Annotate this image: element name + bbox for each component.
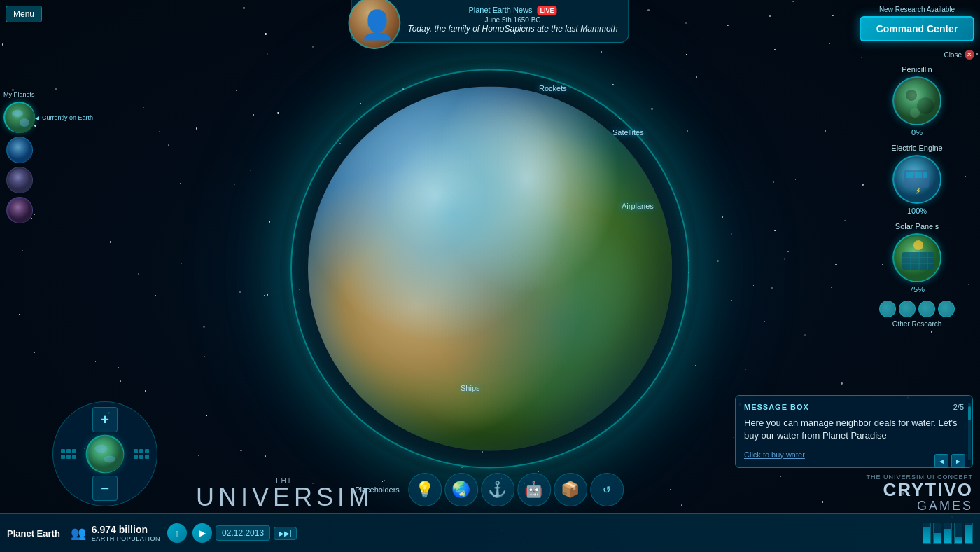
resource-bar-5 [965,523,973,544]
planet-container[interactable] [308,87,672,451]
resource-bar-2 [933,523,941,544]
research-item-penicillin[interactable]: Penicillin 0% [860,65,974,137]
svg-point-20 [20,118,29,127]
logo-main: UNIVERSIM [196,485,374,510]
message-box-title: MESSAGE BOX [744,403,809,411]
planet-item-extra[interactable] [6,197,33,223]
news-ticker: Planet Earth News LIVE June 5th 1650 BC … [351,0,629,43]
research-percent-penicillin: 0% [860,128,974,137]
research-name-solar: Solar Panels [860,222,974,230]
message-next-button[interactable]: ► [951,454,965,468]
icon-btn-ship[interactable]: ⚓ [481,473,514,506]
svg-rect-11 [902,252,934,270]
new-research-label: New Research Available [860,6,974,13]
svg-point-17 [913,240,923,250]
crytivo-games: GAMES [866,499,973,513]
nav-control: + − [52,401,158,506]
svg-point-22 [8,169,32,193]
svg-point-18 [6,104,35,133]
resource-bar-1 [923,523,931,544]
resource-bars [923,523,973,544]
message-scrollbar[interactable] [968,403,971,460]
bottom-icons-row: Placeholders 💡 🌏 ⚓ 🤖 📦 ↺ [355,473,625,506]
close-button[interactable]: ✕ [965,50,974,60]
resource-bar-fill-1 [923,527,930,543]
nav-right-button[interactable] [131,443,152,464]
research-circle-electric: ⚡ [892,155,941,204]
resource-bar-fill-5 [965,525,972,543]
map-label-airplanes: Airplanes [622,202,654,210]
message-nav: ◄ ► [934,454,965,468]
research-name-penicillin: Penicillin [860,65,974,74]
research-percent-electric: 100% [860,207,974,215]
planet-item-earth[interactable] [4,102,35,133]
icon-btn-robot[interactable]: 🤖 [517,473,551,506]
click-to-buy-link[interactable]: Click to buy water [744,450,805,459]
current-label: ◄ Currently on Earth [34,113,93,121]
command-center-button[interactable]: Command Center [860,16,974,41]
close-label: Close [944,51,962,59]
nav-left-button[interactable] [58,443,79,464]
svg-rect-7 [915,172,922,178]
icon-btn-box[interactable]: 📦 [554,473,587,506]
message-scrollbar-thumb [968,406,971,420]
resource-bar-fill-2 [934,533,941,543]
icon-btn-arrow[interactable]: ↺ [590,473,624,506]
other-research [860,301,974,317]
nav-center-planet[interactable] [86,435,125,474]
right-panel: New Research Available Command Center Cl… [854,0,980,333]
planet-item-extra-wrapper [6,197,33,223]
population-icon: 👥 [71,525,86,541]
fast-forward-button[interactable]: ▶▶| [274,527,297,540]
map-label-ships: Ships [461,384,480,392]
message-box-count: 2/5 [953,403,964,411]
icon-btn-globe[interactable]: 🌏 [444,473,478,506]
live-badge: LIVE [538,6,557,15]
planet-item-dark[interactable] [6,167,33,193]
svg-point-21 [8,139,32,163]
menu-button[interactable]: Menu [6,6,42,22]
other-dot-2[interactable] [899,301,916,317]
research-item-solar[interactable]: Solar Panels [860,222,974,294]
message-box: MESSAGE BOX 2/5 Here you can manage neig… [735,395,973,468]
other-dot-3[interactable] [918,301,935,317]
resource-bar-fill-4 [955,537,962,543]
bottom-planet-name: Planet Earth [7,528,60,539]
svg-text:⚡: ⚡ [915,187,922,194]
planet-item-dark-wrapper [6,167,33,193]
population-number: 6.974 billion [92,524,160,535]
play-button[interactable]: ▶ [192,523,212,543]
planet-earth[interactable] [308,87,672,451]
svg-rect-6 [906,172,913,178]
news-avatar [348,0,400,49]
svg-point-23 [8,199,32,223]
message-box-text: Here you can manage neighbor deals for w… [744,417,964,442]
resource-bar-4 [954,523,962,544]
svg-point-1 [906,90,917,101]
map-label-satellites: Satellites [612,128,644,137]
other-research-label: Other Research [860,320,974,328]
population-up-button[interactable]: ↑ [167,523,187,543]
svg-rect-8 [923,172,927,178]
other-dot-1[interactable] [879,301,896,317]
message-prev-button[interactable]: ◄ [934,454,948,468]
population-label: EARTH POPULATION [92,535,160,542]
placeholders-label: Placeholders [355,485,400,494]
zoom-out-button[interactable]: − [92,476,118,501]
message-box-header: MESSAGE BOX 2/5 [744,403,964,411]
news-date: June 5th 1650 BC [407,16,617,24]
zoom-in-button[interactable]: + [92,407,118,432]
planet-item-blue[interactable] [6,137,33,163]
close-section: Close ✕ [860,50,974,60]
population-info: 6.974 billion EARTH POPULATION [92,524,160,542]
research-item-electric[interactable]: Electric Engine ⚡ 100% [860,144,974,215]
news-title: Planet Earth News LIVE [407,6,617,15]
research-percent-solar: 75% [860,285,974,294]
icon-btn-bulb[interactable]: 💡 [408,473,442,506]
crytivo-name: CRYTIVO [866,481,973,499]
planet-item-blue-wrapper [6,137,33,163]
svg-point-26 [104,456,115,463]
research-circle-solar [892,233,941,282]
my-planets-label: My Planets [0,91,38,98]
other-dot-4[interactable] [938,301,955,317]
